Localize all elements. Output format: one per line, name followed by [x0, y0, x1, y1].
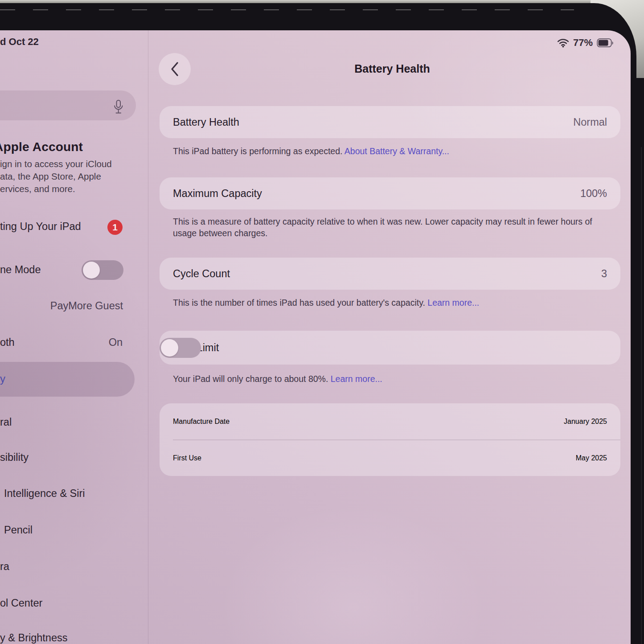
cycle-count-label: Cycle Count [173, 268, 230, 280]
maximum-capacity-caption: This is a measure of battery capacity re… [173, 216, 603, 239]
toggle-knob [161, 339, 178, 357]
maximum-capacity-value: 100% [580, 188, 607, 200]
sidebar-item-apple-pencil[interactable]: Pencil [4, 524, 33, 536]
sidebar-item-intelligence-siri[interactable]: Intelligence & Siri [4, 488, 85, 500]
cycle-count-learn-more-link[interactable]: Learn more... [427, 298, 479, 308]
bluetooth-value: On [109, 336, 123, 349]
manufacture-date-value: January 2025 [564, 418, 607, 426]
sidebar-item-accessibility[interactable]: sibility [0, 451, 29, 464]
bezel-side-reflection [641, 147, 642, 644]
sidebar-item-display-brightness[interactable]: y & Brightness [0, 632, 68, 644]
sidebar-item-battery-label[interactable]: y [0, 373, 5, 385]
limit-80-caption: Your iPad will only charge to about 80%.… [173, 373, 382, 385]
manufacture-date-label: Manufacture Date [173, 418, 230, 426]
battery-health-row: Battery Health Normal [160, 106, 620, 138]
manufacture-date-row: Manufacture Date January 2025 [160, 403, 620, 439]
airplane-mode-toggle[interactable] [82, 260, 123, 280]
maximum-capacity-label: Maximum Capacity [173, 188, 262, 200]
battery-dates-card: Manufacture Date January 2025 First Use … [160, 403, 620, 476]
device-top-edge [0, 0, 611, 3]
sidebar-item-setup[interactable]: ting Up Your iPad [0, 221, 81, 233]
apple-account-subtitle: ign in to access your iCloud ata, the Ap… [0, 158, 112, 195]
first-use-label: First Use [173, 454, 201, 462]
ipad-screen: d Oct 22 77% [0, 30, 631, 644]
sidebar-item-battery-selected[interactable] [0, 362, 135, 397]
bezel-reflection [0, 9, 593, 10]
first-use-row: First Use May 2025 [160, 440, 620, 476]
cycle-count-caption: This is the number of times iPad has use… [173, 297, 479, 308]
sidebar-item-general[interactable]: ral [0, 416, 12, 428]
settings-sidebar: Apple Account ign in to access your iClo… [0, 30, 148, 644]
sidebar-item-bluetooth[interactable]: oth [0, 336, 15, 349]
battery-health-label: Battery Health [173, 116, 239, 128]
limit-80-learn-more-link[interactable]: Learn more... [331, 374, 382, 384]
maximum-capacity-row: Maximum Capacity 100% [160, 177, 620, 209]
battery-health-panel: Battery Health Normal This iPad battery … [160, 30, 620, 644]
battery-health-value: Normal [573, 116, 607, 128]
sidebar-item-camera[interactable]: ra [0, 561, 9, 573]
battery-health-caption: This iPad battery is performing as expec… [173, 145, 449, 157]
cycle-count-row: Cycle Count 3 [160, 258, 620, 290]
mic-icon[interactable] [112, 99, 124, 115]
limit-80-row: 80% Limit [160, 331, 620, 365]
wifi-network-value[interactable]: PayMore Guest [50, 300, 123, 312]
notification-badge: 1 [107, 220, 123, 235]
first-use-value: May 2025 [576, 454, 607, 462]
sidebar-item-control-center[interactable]: ol Center [0, 597, 42, 609]
about-battery-warranty-link[interactable]: About Battery & Warranty... [345, 146, 449, 156]
toggle-knob [83, 262, 100, 279]
sidebar-item-airplane-mode: ne Mode [0, 264, 41, 276]
apple-account-title[interactable]: Apple Account [0, 140, 83, 154]
cycle-count-value: 3 [601, 268, 607, 280]
limit-80-toggle[interactable] [160, 338, 201, 358]
